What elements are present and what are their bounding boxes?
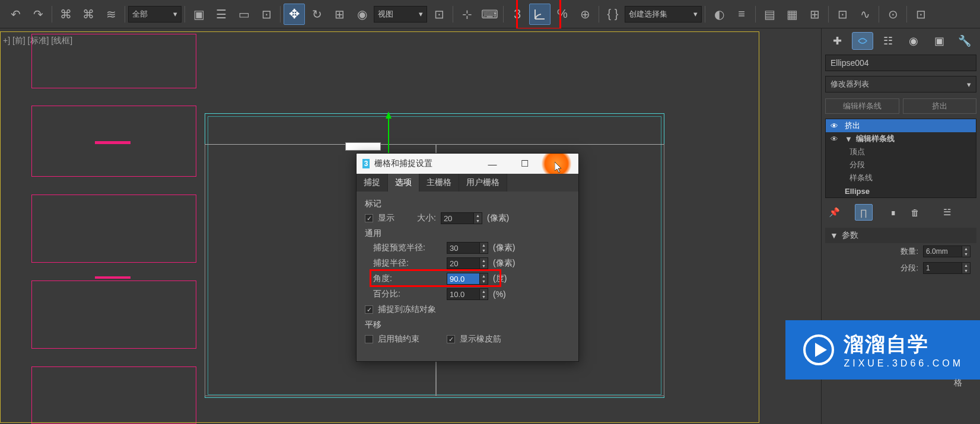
edit-named-sel-button[interactable]: { } (602, 4, 623, 25)
main-toolbar: ↶ ↷ ⌘ ⌘ ≋ 全部▾ ▣ ☰ ▭ ⊡ ✥ ↻ ⊞ ◉ 视图▾ ⊡ ⊹ ⌨ … (0, 0, 980, 28)
rubber-band-checkbox[interactable]: ✓ (447, 335, 455, 343)
svg-marker-7 (815, 343, 827, 357)
stack-vertex[interactable]: 顶点 (826, 145, 976, 158)
axis-constraint-checkbox[interactable] (365, 335, 373, 343)
dialog-titlebar[interactable]: 3 栅格和捕捉设置 — ☐ (357, 154, 578, 174)
close-button[interactable] (540, 154, 572, 174)
segments-label: 分段: (901, 263, 918, 273)
angle-snap-button[interactable] (529, 4, 551, 25)
material-editor-button[interactable]: ⊙ (882, 4, 903, 25)
tab-snap[interactable]: 捕捉 (357, 174, 388, 192)
align-button[interactable]: ≡ (731, 4, 752, 25)
tab-hierarchy[interactable]: ☷ (877, 32, 899, 50)
edit-spline-button[interactable]: 编辑样条线 (825, 98, 899, 114)
snap-radius-spinner[interactable]: ▲▼ (447, 257, 488, 269)
minimize-button[interactable]: — (476, 154, 508, 174)
dialog-icon: 3 (362, 159, 370, 168)
percent-spinner[interactable]: ▲▼ (447, 288, 488, 300)
stack-toolbar: 📌 ∏ ∎ 🗑 ☱ (825, 204, 976, 221)
angle-snap-icon (533, 7, 547, 21)
tab-create[interactable]: ✚ (826, 32, 848, 50)
modifier-list-dropdown[interactable]: 修改器列表▾ (825, 76, 976, 93)
stack-extrude[interactable]: 👁 挤出 (826, 119, 976, 132)
redo-button[interactable]: ↷ (27, 4, 49, 25)
dialog-tabs: 捕捉 选项 主栅格 用户栅格 (357, 174, 578, 192)
tab-user-grid[interactable]: 用户栅格 (459, 174, 507, 192)
window-crossing-button[interactable]: ⊡ (256, 4, 277, 25)
named-sel-dropdown[interactable]: 创建选择集▾ (625, 6, 702, 23)
select-region-button[interactable]: ▭ (233, 4, 254, 25)
segments-spinner[interactable]: ▲▼ (923, 262, 971, 274)
mirror-button[interactable]: ◐ (708, 4, 730, 25)
move-button[interactable]: ✥ (284, 4, 305, 25)
pin-stack-button[interactable]: 📌 (825, 204, 843, 221)
marker-group-label: 标记 (365, 199, 570, 209)
unlink-button[interactable]: ⌘ (78, 4, 99, 25)
angle-spinner[interactable]: ▲▼ (447, 273, 488, 285)
remove-modifier-button[interactable]: 🗑 (906, 204, 924, 221)
render-setup-button[interactable]: ⊡ (910, 4, 931, 25)
svg-marker-1 (386, 111, 392, 119)
marker-size-spinner[interactable]: ▲▼ (441, 212, 482, 224)
schematic-button[interactable]: ∿ (854, 4, 876, 25)
maximize-button[interactable]: ☐ (508, 154, 540, 174)
preview-radius-spinner[interactable]: ▲▼ (447, 242, 488, 254)
cursor-icon (555, 162, 563, 174)
show-marker-checkbox[interactable]: ✓ (365, 214, 373, 222)
scale-button[interactable]: ⊞ (329, 4, 350, 25)
eye-icon[interactable]: 👁 (831, 122, 841, 130)
filter-dropdown[interactable]: 全部▾ (128, 6, 182, 23)
gizmo-handle (345, 142, 381, 151)
grid-bottom-label: 格 (954, 378, 962, 388)
placement-button[interactable]: ◉ (351, 4, 373, 25)
layer-button[interactable]: ▤ (759, 4, 780, 25)
show-end-result-button[interactable]: ∏ (855, 204, 873, 221)
bind-button[interactable]: ≋ (100, 4, 122, 25)
amount-label: 数量: (901, 246, 918, 257)
extrude-button[interactable]: 挤出 (903, 98, 977, 114)
translate-group-label: 平移 (365, 320, 570, 330)
select-name-button[interactable]: ☰ (211, 4, 232, 25)
segments-row: 分段: ▲▼ (825, 260, 976, 276)
eye-icon[interactable]: 👁 (831, 135, 841, 144)
play-icon (802, 333, 835, 366)
snap-toggle-button[interactable]: 3 (507, 4, 528, 25)
general-group-label: 通用 (365, 228, 570, 239)
link-button[interactable]: ⌘ (55, 4, 77, 25)
configure-sets-button[interactable]: ☱ (938, 204, 956, 221)
pivot-button[interactable]: ⊡ (428, 4, 450, 25)
make-unique-button[interactable]: ∎ (884, 204, 902, 221)
dialog-title: 栅格和捕捉设置 (374, 158, 432, 169)
ribbon-button[interactable]: ⊞ (804, 4, 825, 25)
amount-row: 数量: ▲▼ (825, 243, 976, 260)
ref-coord-dropdown[interactable]: 视图▾ (374, 6, 427, 23)
grid-snap-settings-dialog: 3 栅格和捕捉设置 — ☐ 捕捉 选项 主栅格 用户栅格 标记 ✓ 显示 大小:… (356, 153, 579, 362)
snap-frozen-checkbox[interactable]: ✓ (365, 305, 373, 314)
spinner-snap-button[interactable]: ⊕ (574, 4, 596, 25)
stack-spline[interactable]: 样条线 (826, 171, 976, 184)
undo-button[interactable]: ↶ (5, 4, 26, 25)
modifier-stack[interactable]: 👁 挤出 👁 ▼ 编辑样条线 顶点 分段 样条线 Ellipse (825, 119, 976, 198)
object-name-input[interactable] (825, 55, 976, 71)
percent-snap-button[interactable]: % (552, 4, 573, 25)
tab-motion[interactable]: ◉ (903, 32, 924, 50)
params-rollout-header[interactable]: ▼参数 (825, 228, 976, 243)
command-panel-tabs: ✚ ☷ ◉ ▣ 🔧 (825, 32, 976, 50)
rotate-button[interactable]: ↻ (306, 4, 327, 25)
stack-edit-spline[interactable]: 👁 ▼ 编辑样条线 (826, 132, 976, 145)
stack-ellipse[interactable]: Ellipse (826, 184, 976, 197)
modify-icon (857, 35, 868, 47)
manipulate-button[interactable]: ⊹ (456, 4, 478, 25)
stack-segment[interactable]: 分段 (826, 158, 976, 171)
tab-utilities[interactable]: 🔧 (954, 32, 975, 50)
curve-editor-button[interactable]: ⊡ (832, 4, 853, 25)
tab-modify[interactable] (852, 32, 873, 50)
tab-display[interactable]: ▣ (928, 32, 950, 50)
watermark: 溜溜自学 ZIXUE.3D66.COM (785, 320, 980, 380)
tab-options[interactable]: 选项 (388, 174, 419, 192)
scene-explorer-button[interactable]: ▦ (781, 4, 803, 25)
tab-main-grid[interactable]: 主栅格 (419, 174, 459, 192)
keyboard-button[interactable]: ⌨ (479, 4, 500, 25)
amount-spinner[interactable]: ▲▼ (923, 246, 971, 257)
select-object-button[interactable]: ▣ (188, 4, 209, 25)
